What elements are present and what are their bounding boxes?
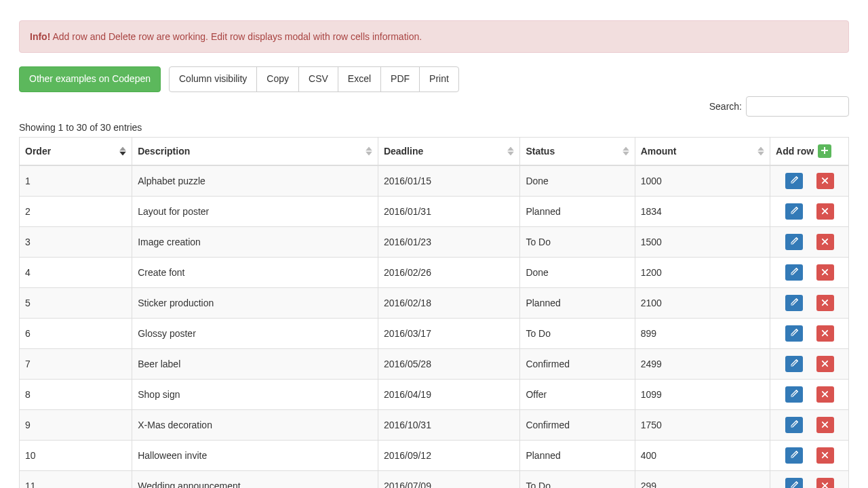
edit-row-button[interactable] <box>785 203 803 220</box>
add-row-button[interactable] <box>818 144 831 158</box>
cell-order: 10 <box>20 440 132 470</box>
cell-order: 11 <box>20 470 132 488</box>
edit-row-button[interactable] <box>785 264 803 281</box>
cell-description: X-Mas decoration <box>132 409 378 440</box>
cell-order: 8 <box>20 379 132 409</box>
alert-tag: Info! <box>30 31 50 42</box>
svg-marker-5 <box>507 151 514 155</box>
cell-amount: 299 <box>635 470 770 488</box>
pencil-icon <box>790 420 798 430</box>
edit-row-button[interactable] <box>785 234 803 250</box>
cell-actions <box>770 348 849 379</box>
pdf-button[interactable]: PDF <box>380 66 420 92</box>
cell-amount: 2499 <box>635 348 770 379</box>
table-row: 10Halloween invite2016/09/12Planned400 <box>20 440 849 470</box>
svg-marker-6 <box>623 146 629 150</box>
cell-deadline: 2016/05/28 <box>378 348 520 379</box>
print-button[interactable]: Print <box>419 66 459 92</box>
cell-actions <box>770 470 849 488</box>
table-row: 7Beer label2016/05/28Confirmed2499 <box>20 348 849 379</box>
delete-row-button[interactable] <box>816 478 834 488</box>
delete-row-button[interactable] <box>816 295 834 311</box>
sort-both-icon <box>507 146 514 155</box>
delete-row-button[interactable] <box>816 386 834 403</box>
col-header-amount[interactable]: Amount <box>635 137 770 165</box>
cell-deadline: 2016/01/23 <box>378 226 520 257</box>
cell-description: Halloween invite <box>132 440 378 470</box>
codepen-link[interactable]: Other examples on Codepen <box>19 66 161 92</box>
pencil-icon <box>790 298 798 308</box>
edit-row-button[interactable] <box>785 325 803 342</box>
close-icon <box>821 328 829 339</box>
copy-button[interactable]: Copy <box>256 66 299 92</box>
delete-row-button[interactable] <box>816 417 834 433</box>
cell-status: To Do <box>520 318 635 348</box>
cell-status: To Do <box>520 470 635 488</box>
excel-button[interactable]: Excel <box>338 66 381 92</box>
cell-description: Beer label <box>132 348 378 379</box>
svg-marker-3 <box>366 151 372 155</box>
plus-icon <box>821 146 829 157</box>
edit-row-button[interactable] <box>785 173 803 189</box>
table-row: 8Shop sign2016/04/19Offer1099 <box>20 379 849 409</box>
edit-row-button[interactable] <box>785 417 803 433</box>
col-header-status[interactable]: Status <box>520 137 635 165</box>
alert-text: Add row and Delete row are working. Edit… <box>50 31 422 42</box>
svg-marker-0 <box>119 146 126 150</box>
cell-order: 9 <box>20 409 132 440</box>
sort-both-icon <box>366 146 372 155</box>
delete-row-button[interactable] <box>816 234 834 250</box>
col-header-deadline[interactable]: Deadline <box>378 137 520 165</box>
close-icon <box>821 267 829 278</box>
col-header-description[interactable]: Description <box>132 137 378 165</box>
cell-amount: 1750 <box>635 409 770 440</box>
cell-deadline: 2016/03/17 <box>378 318 520 348</box>
pencil-icon <box>790 176 798 186</box>
edit-row-button[interactable] <box>785 478 803 488</box>
info-alert: Info! Add row and Delete row are working… <box>19 20 849 53</box>
delete-row-button[interactable] <box>816 203 834 220</box>
delete-row-button[interactable] <box>816 447 834 464</box>
edit-row-button[interactable] <box>785 295 803 311</box>
svg-marker-9 <box>757 151 764 155</box>
close-icon <box>821 237 829 247</box>
cell-order: 4 <box>20 257 132 287</box>
table-row: 2Layout for poster2016/01/31Planned1834 <box>20 196 849 226</box>
close-icon <box>821 389 829 400</box>
export-button-group: Column visibility Copy CSV Excel PDF Pri… <box>169 66 459 92</box>
cell-amount: 1500 <box>635 226 770 257</box>
svg-marker-8 <box>757 146 764 150</box>
column-visibility-button[interactable]: Column visibility <box>169 66 257 92</box>
search-input[interactable] <box>746 96 849 117</box>
cell-deadline: 2016/10/31 <box>378 409 520 440</box>
delete-row-button[interactable] <box>816 356 834 372</box>
add-row-label: Add row <box>776 146 814 157</box>
cell-amount: 1834 <box>635 196 770 226</box>
delete-row-button[interactable] <box>816 264 834 281</box>
entries-info: Showing 1 to 30 of 30 entries <box>19 122 849 133</box>
svg-marker-7 <box>623 151 629 155</box>
col-header-order[interactable]: Order <box>20 137 132 165</box>
sort-both-icon <box>757 146 764 155</box>
close-icon <box>821 176 829 186</box>
cell-order: 1 <box>20 165 132 197</box>
close-icon <box>821 420 829 430</box>
data-table: Order Description Deadline <box>19 137 849 488</box>
delete-row-button[interactable] <box>816 173 834 189</box>
edit-row-button[interactable] <box>785 447 803 464</box>
svg-marker-2 <box>366 146 372 150</box>
cell-amount: 2100 <box>635 287 770 318</box>
delete-row-button[interactable] <box>816 325 834 342</box>
edit-row-button[interactable] <box>785 356 803 372</box>
pencil-icon <box>790 267 798 278</box>
cell-actions <box>770 226 849 257</box>
table-row: 5Sticker production2016/02/18Planned2100 <box>20 287 849 318</box>
cell-status: Planned <box>520 287 635 318</box>
table-row: 9X-Mas decoration2016/10/31Confirmed1750 <box>20 409 849 440</box>
col-header-amount-label: Amount <box>641 146 677 157</box>
cell-order: 5 <box>20 287 132 318</box>
cell-status: Confirmed <box>520 348 635 379</box>
cell-status: Done <box>520 165 635 197</box>
edit-row-button[interactable] <box>785 386 803 403</box>
csv-button[interactable]: CSV <box>298 66 338 92</box>
